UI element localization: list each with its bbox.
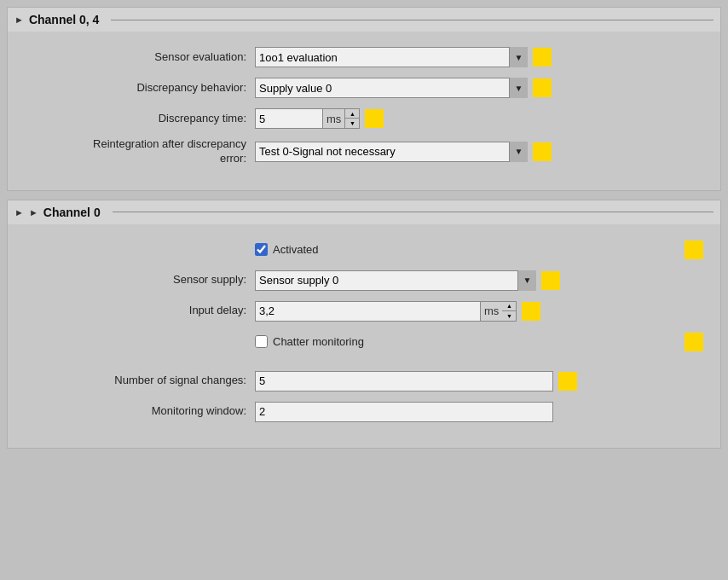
section-channel0: ► ► Channel 0 Activated Sensor supply:	[7, 200, 721, 449]
section-channel04: ► Channel 0, 4 Sensor evaluation: 1oo1 e…	[7, 7, 721, 191]
discrepancy-time-buttons: ▲ ▼	[345, 108, 360, 129]
discrepancy-time-input[interactable]	[255, 108, 323, 129]
input-delay-input[interactable]	[255, 301, 481, 322]
sensor-supply-control: Sensor supply 0 Sensor supply 1 None ▼	[255, 270, 703, 291]
sensor-evaluation-dropdown-wrapper: 1oo1 evaluation 1oo2 evaluation 2oo2 eva…	[255, 47, 528, 67]
reintegration-dropdown-wrapper: Test 0-Signal not necessary Test 0-Signa…	[255, 142, 528, 162]
discrepancy-behavior-select[interactable]: Supply value 0 Supply value 1 Hold last …	[255, 78, 528, 98]
monitoring-window-row: Monitoring window:	[25, 400, 703, 424]
discrepancy-behavior-row: Discrepancy behavior: Supply value 0 Sup…	[25, 76, 703, 100]
activated-checkbox[interactable]	[255, 243, 268, 256]
section-body-channel0: Activated Sensor supply: Sensor supply 0…	[8, 224, 720, 448]
discrepancy-behavior-control: Supply value 0 Supply value 1 Hold last …	[255, 78, 703, 98]
section-body-channel04: Sensor evaluation: 1oo1 evaluation 1oo2 …	[8, 32, 720, 190]
input-delay-spinner-wrapper: ms ▲ ▼	[255, 301, 517, 322]
discrepancy-time-control: ms ▲ ▼	[255, 108, 703, 129]
section-title-channel0: Channel 0	[43, 206, 101, 219]
signal-changes-control	[255, 371, 703, 392]
discrepancy-behavior-yellow	[533, 78, 552, 97]
sensor-supply-yellow	[541, 271, 560, 290]
input-delay-control: ms ▲ ▼	[255, 301, 703, 322]
discrepancy-time-up[interactable]: ▲	[345, 109, 359, 119]
input-delay-yellow	[522, 302, 540, 321]
sensor-supply-dropdown-wrapper: Sensor supply 0 Sensor supply 1 None ▼	[255, 270, 536, 291]
section-arrow2-channel0[interactable]: ►	[29, 207, 38, 218]
section-header-channel04[interactable]: ► Channel 0, 4	[8, 8, 720, 32]
sensor-evaluation-yellow	[533, 48, 552, 67]
chatter-control: Chatter monitoring	[255, 333, 703, 351]
reintegration-label: Reintegration after discrepancyerror:	[25, 137, 255, 166]
discrepancy-behavior-label: Discrepancy behavior:	[25, 81, 255, 96]
discrepancy-behavior-dropdown-wrapper: Supply value 0 Supply value 1 Hold last …	[255, 78, 528, 98]
signal-changes-row: Number of signal changes:	[25, 369, 703, 393]
discrepancy-time-down[interactable]: ▼	[345, 119, 359, 128]
activated-yellow	[685, 241, 703, 259]
sensor-supply-row: Sensor supply: Sensor supply 0 Sensor su…	[25, 269, 703, 293]
section-title-divider-channel04	[111, 20, 714, 20]
reintegration-yellow	[533, 142, 552, 161]
input-delay-row: Input delay: ms ▲ ▼	[25, 299, 703, 323]
sensor-evaluation-label: Sensor evaluation:	[25, 50, 255, 65]
section-arrow1-channel0[interactable]: ►	[14, 207, 24, 218]
section-header-channel0[interactable]: ► ► Channel 0	[8, 200, 720, 224]
reintegration-row: Reintegration after discrepancyerror: Te…	[25, 137, 703, 166]
input-delay-unit-buttons: ▲ ▼	[502, 301, 517, 322]
section-title-divider-channel0	[113, 212, 714, 212]
input-delay-unit: ms	[481, 301, 502, 322]
input-delay-unit-up[interactable]: ▲	[502, 302, 516, 311]
sensor-evaluation-select[interactable]: 1oo1 evaluation 1oo2 evaluation 2oo2 eva…	[255, 47, 528, 67]
signal-changes-label: Number of signal changes:	[25, 374, 255, 388]
chatter-yellow	[685, 333, 703, 351]
input-delay-unit-down[interactable]: ▼	[502, 311, 516, 321]
section-title-channel04: Channel 0, 4	[29, 13, 99, 26]
section-arrow-channel04[interactable]: ►	[14, 14, 24, 25]
chatter-checkbox[interactable]	[255, 335, 268, 348]
activated-row: Activated	[25, 238, 703, 262]
discrepancy-time-spinner-wrapper: ms ▲ ▼	[255, 108, 360, 129]
discrepancy-time-unit: ms	[323, 108, 345, 129]
reintegration-select[interactable]: Test 0-Signal not necessary Test 0-Signa…	[255, 142, 528, 162]
sensor-evaluation-row: Sensor evaluation: 1oo1 evaluation 1oo2 …	[25, 45, 703, 69]
monitoring-window-control	[255, 402, 703, 422]
chatter-checkbox-label: Chatter monitoring	[273, 335, 364, 348]
monitoring-window-input[interactable]	[255, 402, 553, 422]
spacer	[25, 361, 703, 369]
input-delay-label: Input delay:	[25, 304, 255, 318]
activated-checkbox-label: Activated	[273, 243, 318, 256]
signal-changes-yellow	[558, 372, 577, 391]
monitoring-window-label: Monitoring window:	[25, 404, 255, 419]
sensor-supply-select[interactable]: Sensor supply 0 Sensor supply 1 None	[255, 270, 536, 291]
chatter-row: Chatter monitoring	[25, 330, 703, 354]
discrepancy-time-row: Discrepancy time: ms ▲ ▼	[25, 107, 703, 130]
reintegration-control: Test 0-Signal not necessary Test 0-Signa…	[255, 142, 703, 162]
main-container: ► Channel 0, 4 Sensor evaluation: 1oo1 e…	[0, 0, 728, 464]
activated-control: Activated	[255, 241, 703, 259]
discrepancy-time-yellow	[365, 109, 384, 128]
sensor-supply-label: Sensor supply:	[25, 273, 255, 287]
signal-changes-input[interactable]	[255, 371, 553, 392]
discrepancy-time-label: Discrepancy time:	[25, 112, 255, 126]
sensor-evaluation-control: 1oo1 evaluation 1oo2 evaluation 2oo2 eva…	[255, 47, 703, 67]
